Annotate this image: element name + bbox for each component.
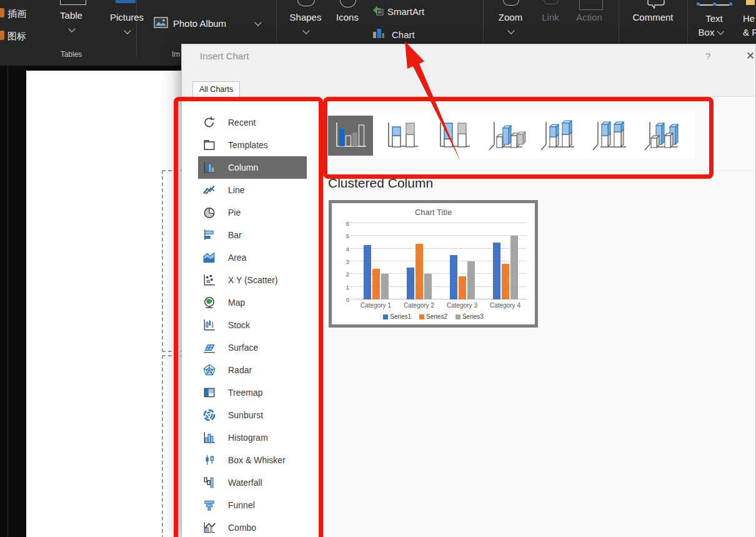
sidebar-item-stock[interactable]: Stock — [198, 314, 307, 336]
sidebar-item-column[interactable]: Column — [198, 156, 307, 179]
smartart-button[interactable]: SmartArt — [387, 6, 424, 17]
sidebar-item-radar[interactable]: Radar — [198, 359, 307, 381]
chart-legend: Series1Series2Series3 — [332, 313, 535, 320]
close-icon[interactable]: ✕ — [746, 49, 755, 63]
comment-button[interactable]: Comment — [628, 12, 678, 23]
y-tick — [351, 286, 353, 287]
tables-group-label: Tables — [52, 50, 90, 59]
sidebar-item-histogram[interactable]: Histogram — [198, 426, 307, 449]
y-axis-label: 2 — [346, 271, 349, 278]
chevron-down-icon[interactable] — [254, 19, 261, 26]
sidebar-item-line[interactable]: Line — [198, 179, 307, 201]
sidebar-item-scatter[interactable]: X Y (Scatter) — [198, 269, 307, 291]
waterfall-icon — [202, 476, 216, 489]
sidebar-item-recent[interactable]: Recent — [198, 111, 307, 134]
zoom-icon — [503, 0, 519, 6]
sidebar-item-label: Bar — [228, 230, 242, 240]
chart-button[interactable]: Chart — [392, 29, 415, 40]
sidebar-item-waterfall[interactable]: Waterfall — [198, 471, 307, 494]
header-footer-button[interactable]: He — [743, 13, 755, 24]
sidebar-item-treemap[interactable]: Treemap — [198, 381, 307, 404]
chart-button-icon — [372, 27, 385, 39]
bar-series3 — [467, 261, 475, 299]
sidebar-item-bar[interactable]: Bar — [198, 224, 307, 246]
x-axis-label: Category 1 — [361, 302, 391, 309]
chart-preview[interactable]: Chart Title 0123456 Category 1Category 2… — [329, 200, 538, 328]
sidebar-item-label: Recent — [228, 118, 256, 128]
chart-subtype-strip — [324, 113, 695, 159]
bar-group — [364, 223, 389, 299]
icons-button[interactable]: Icons — [329, 12, 366, 23]
bar-series3 — [510, 236, 518, 299]
y-tick — [351, 235, 353, 236]
photo-album-button[interactable]: Photo Album — [173, 18, 226, 29]
stock-icon — [202, 318, 216, 332]
ribbon-item-icon-cn[interactable]: 图标 — [7, 31, 26, 43]
sidebar-item-surface[interactable]: Surface — [198, 336, 307, 359]
bar-series1 — [493, 243, 500, 300]
images-group-label: Im — [172, 50, 180, 59]
legend-label: Series2 — [426, 313, 447, 320]
subtype-3d-100-percent-stacked-column[interactable] — [587, 116, 632, 156]
y-axis-label: 5 — [346, 233, 349, 239]
handle-icon — [697, 3, 700, 6]
chart-plot-area: 0123456 — [354, 223, 527, 299]
legend-item: Series2 — [419, 313, 447, 320]
chevron-down-icon[interactable] — [68, 25, 75, 32]
sidebar-item-area[interactable]: Area — [198, 246, 307, 269]
action-icon — [579, 0, 603, 10]
y-tick — [351, 261, 353, 261]
sidebar-item-label: Histogram — [228, 433, 268, 443]
subtype-stacked-column[interactable] — [380, 116, 425, 156]
table-button[interactable]: Table — [52, 10, 90, 21]
chevron-down-icon[interactable] — [302, 27, 309, 34]
text-box-button-line2[interactable]: Box — [692, 27, 729, 38]
handle-icon — [713, 3, 716, 6]
pictures-icon — [116, 0, 136, 3]
funnel-icon — [202, 498, 216, 512]
legend-swatch-icon — [455, 314, 460, 319]
sidebar-item-label: Map — [228, 298, 245, 308]
text-box-button[interactable]: Text — [695, 13, 733, 24]
recent-icon — [202, 116, 216, 129]
y-axis-label: 3 — [346, 258, 349, 265]
legend-swatch-icon — [419, 314, 424, 319]
pictures-button[interactable]: Pictures — [108, 12, 146, 23]
help-icon[interactable]: ? — [705, 51, 710, 61]
y-axis-label: 6 — [346, 220, 349, 227]
handle-icon — [729, 3, 732, 6]
sidebar-item-map[interactable]: Map — [198, 291, 307, 314]
chevron-down-icon[interactable] — [507, 27, 514, 34]
sidebar-item-box-whisker[interactable]: Box & Whisker — [198, 449, 307, 471]
sidebar-item-sunburst[interactable]: Sunburst — [198, 404, 307, 426]
bar-series2 — [415, 244, 423, 299]
scatter-icon — [202, 273, 216, 287]
sidebar-item-pie[interactable]: Pie — [198, 201, 307, 224]
bar-series2 — [502, 264, 509, 299]
subtype-100-percent-stacked-column[interactable] — [432, 116, 477, 156]
y-axis-label: 1 — [346, 283, 349, 290]
box-whisker-icon — [202, 453, 216, 467]
sidebar-item-funnel[interactable]: Funnel — [198, 494, 307, 516]
bar-group — [407, 223, 432, 299]
subtype-3d-column[interactable] — [639, 116, 684, 156]
chevron-down-icon[interactable] — [124, 27, 131, 34]
zoom-button[interactable]: Zoom — [492, 12, 529, 23]
smartart-icon — [372, 5, 384, 16]
ribbon-item-illustration-cn[interactable]: 插画 — [7, 8, 26, 20]
shapes-button[interactable]: Shapes — [287, 12, 324, 23]
tab-all-charts[interactable]: All Charts — [192, 81, 240, 97]
header-footer-button-line2[interactable]: & F — [743, 27, 756, 38]
y-axis-label: 0 — [346, 296, 349, 303]
sidebar-item-combo[interactable]: Combo — [198, 516, 307, 537]
subtype-3d-stacked-column[interactable] — [535, 116, 580, 156]
subtype-3d-clustered-column[interactable] — [484, 116, 529, 156]
chart-title: Chart Title — [332, 208, 535, 217]
y-tick — [351, 273, 353, 274]
chevron-down-icon — [717, 28, 724, 35]
sidebar-item-templates[interactable]: Templates — [198, 134, 307, 156]
y-tick — [351, 248, 353, 249]
chart-x-labels: Category 1Category 2Category 3Category 4 — [354, 302, 527, 309]
comment-icon — [647, 0, 665, 9]
subtype-clustered-column[interactable] — [328, 116, 373, 156]
